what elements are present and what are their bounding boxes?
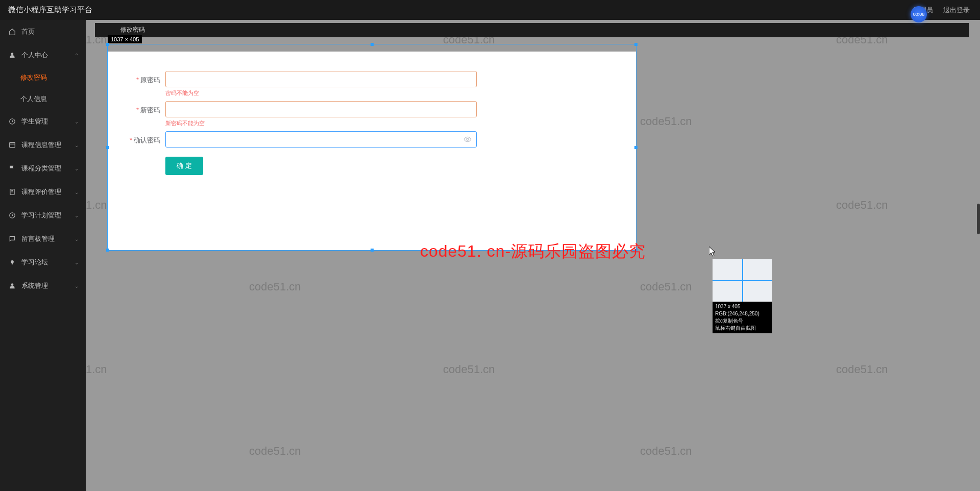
- color-picker-zoom-panel: 1037 x 405 RGB:(246,248,250) 按c复制色号 鼠标右键…: [713, 259, 772, 333]
- menu-personal-center[interactable]: 个人中心 ⌃: [0, 43, 86, 67]
- menu-study-plan[interactable]: 学习计划管理 ⌄: [0, 204, 86, 227]
- menu-study-forum[interactable]: 学习论坛 ⌄: [0, 251, 86, 274]
- doc-icon: [8, 188, 16, 196]
- tab-change-password[interactable]: 修改密码: [120, 26, 145, 34]
- clock-icon: [8, 211, 16, 219]
- bg-watermark: code51.cn: [640, 115, 692, 128]
- user-icon: [8, 282, 16, 290]
- old-password-input[interactable]: [165, 71, 477, 87]
- bg-watermark: code51.cn: [836, 199, 888, 212]
- tab-strip: 修改密码: [95, 23, 969, 37]
- eye-icon[interactable]: [463, 135, 472, 143]
- bg-watermark: code51.cn: [640, 445, 692, 458]
- bg-watermark: code51.cn: [249, 445, 301, 458]
- menu-system-mgmt[interactable]: 系统管理 ⌄: [0, 274, 86, 298]
- bg-watermark: code51.cn: [443, 363, 495, 376]
- bg-watermark: code51.cn: [640, 280, 692, 293]
- submit-row: 确 定: [107, 157, 636, 175]
- change-password-form: *原密码 密码不能为空 *新密码 新密码不能为空 *确认密码: [107, 52, 636, 251]
- scrollbar-thumb[interactable]: [977, 204, 980, 234]
- zoom-preview: [713, 259, 772, 302]
- confirm-password-input[interactable]: [165, 131, 477, 148]
- chevron-down-icon: ⌄: [75, 260, 79, 265]
- form-row-new-password: *新密码 新密码不能为空: [107, 101, 636, 127]
- svg-point-8: [467, 138, 469, 140]
- menu-home[interactable]: 首页: [0, 20, 86, 43]
- submenu-change-password[interactable]: 修改密码: [0, 67, 86, 88]
- resize-handle[interactable]: [371, 43, 374, 46]
- submit-button[interactable]: 确 定: [165, 157, 203, 175]
- old-password-error: 密码不能为空: [165, 89, 477, 97]
- recording-timer-badge: 00:08: [911, 6, 927, 22]
- submenu-personal-info[interactable]: 个人信息: [0, 88, 86, 110]
- svg-rect-2: [10, 142, 15, 147]
- menu-course-category[interactable]: 课程分类管理 ⌄: [0, 157, 86, 180]
- svg-point-7: [11, 283, 14, 286]
- chevron-down-icon: ⌄: [75, 166, 79, 171]
- svg-point-0: [11, 53, 14, 55]
- topbar: 微信小程序互助学习平台 管理员 退出登录: [0, 0, 980, 20]
- svg-point-5: [11, 260, 14, 263]
- chevron-down-icon: ⌄: [75, 189, 79, 195]
- menu-message-board[interactable]: 留言板管理 ⌄: [0, 227, 86, 251]
- cursor-icon: [709, 247, 717, 257]
- chevron-down-icon: ⌄: [75, 213, 79, 218]
- chevron-down-icon: ⌄: [75, 283, 79, 289]
- form-row-old-password: *原密码 密码不能为空: [107, 71, 636, 97]
- menu-course-info[interactable]: 课程信息管理 ⌄: [0, 133, 86, 157]
- new-password-error: 新密码不能为空: [165, 119, 477, 127]
- chevron-down-icon: ⌄: [75, 142, 79, 148]
- svg-rect-6: [12, 263, 13, 264]
- form-row-confirm-password: *确认密码: [107, 131, 636, 148]
- resize-handle[interactable]: [106, 43, 109, 46]
- logout-link[interactable]: 退出登录: [943, 6, 970, 15]
- bg-watermark: code51.cn: [249, 280, 301, 293]
- sidebar: 首页 个人中心 ⌃ 修改密码 个人信息 学生管理 ⌄ 课程信息管理 ⌄ 课程分类…: [0, 20, 86, 491]
- new-password-input[interactable]: [165, 101, 477, 117]
- menu-student-mgmt[interactable]: 学生管理 ⌄: [0, 110, 86, 133]
- menu-course-eval[interactable]: 课程评价管理 ⌄: [0, 180, 86, 204]
- resize-handle[interactable]: [634, 43, 638, 46]
- home-icon: [8, 28, 16, 36]
- app-title: 微信小程序互助学习平台: [8, 5, 92, 15]
- chevron-down-icon: ⌄: [75, 236, 79, 242]
- clock-icon: [8, 117, 16, 126]
- flag-icon: [8, 164, 16, 173]
- user-icon: [8, 51, 16, 59]
- bg-watermark: code51.cn: [836, 363, 888, 376]
- message-icon: [8, 235, 16, 243]
- zoom-info: 1037 x 405 RGB:(246,248,250) 按c复制色号 鼠标右键…: [713, 302, 772, 333]
- main-area: code51.cn code51.cn code51.cn code51.cn …: [86, 20, 980, 491]
- bulb-icon: [8, 258, 16, 266]
- chevron-up-icon: ⌃: [75, 53, 79, 58]
- list-icon: [8, 141, 16, 149]
- chevron-down-icon: ⌄: [75, 119, 79, 125]
